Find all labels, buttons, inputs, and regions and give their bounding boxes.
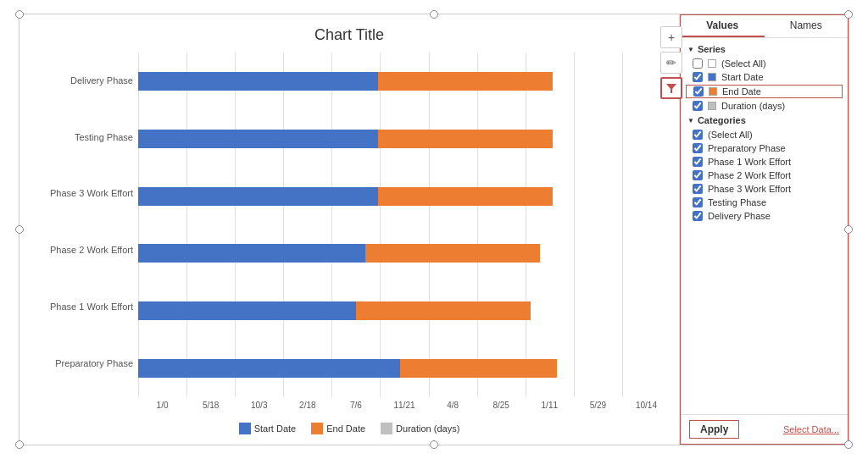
legend-label: Duration (days) — [396, 423, 459, 434]
legend: Start DateEnd DateDuration (days) — [28, 418, 670, 436]
chart-icon-buttons: + ✏ — [660, 26, 682, 99]
select-data-link[interactable]: Select Data... — [783, 424, 839, 434]
y-axis: Delivery PhaseTesting PhasePhase 3 Work … — [28, 53, 138, 418]
x-axis: 1/05/1810/32/187/611/214/88/251/115/2910… — [138, 397, 670, 418]
series-filter-item[interactable]: Start Date — [681, 70, 848, 84]
filter-checkbox[interactable] — [693, 197, 703, 207]
bar-row — [138, 68, 670, 95]
filter-checkbox[interactable] — [693, 101, 703, 111]
style-button[interactable]: ✏ — [660, 52, 682, 74]
filter-checkbox[interactable] — [693, 72, 703, 82]
handle-bot-left[interactable] — [15, 440, 24, 449]
legend-color-box — [311, 423, 323, 434]
handle-top-center[interactable] — [430, 10, 438, 19]
bar-end-date — [378, 187, 553, 206]
filter-button[interactable] — [660, 77, 682, 99]
series-header: ▼ Series — [681, 41, 848, 57]
bars-grid — [138, 53, 670, 397]
chart-main: Delivery PhaseTesting PhasePhase 3 Work … — [28, 53, 670, 418]
series-item-label: End Date — [722, 86, 761, 97]
category-filter-item[interactable]: (Select All) — [681, 128, 848, 141]
category-item-label: Delivery Phase — [708, 211, 771, 221]
x-axis-label: 10/3 — [235, 401, 283, 418]
tab-names[interactable]: Names — [765, 15, 849, 37]
x-axis-label: 5/18 — [186, 401, 235, 418]
grid-line — [574, 53, 622, 397]
apply-button[interactable]: Apply — [689, 420, 739, 439]
filter-checkbox[interactable] — [693, 170, 703, 180]
x-axis-label: 7/6 — [331, 401, 380, 418]
handle-mid-right[interactable] — [844, 225, 853, 234]
tab-values[interactable]: Values — [681, 15, 765, 37]
x-axis-label: 8/25 — [477, 401, 526, 418]
legend-item: Duration (days) — [381, 423, 459, 434]
filter-checkbox[interactable] — [693, 130, 703, 140]
bar-end-date — [378, 72, 553, 91]
handle-bot-center[interactable] — [430, 440, 438, 449]
category-filter-item[interactable]: Phase 2 Work Effort — [681, 169, 848, 182]
x-axis-label: 1/11 — [526, 401, 574, 418]
category-filter-item[interactable]: Testing Phase — [681, 196, 848, 209]
y-axis-label: Phase 1 Work Effort — [28, 279, 133, 335]
bar-row — [138, 183, 670, 210]
filter-checkbox[interactable] — [693, 184, 703, 194]
category-filter-item[interactable]: Phase 1 Work Effort — [681, 155, 848, 169]
triangle-icon: ▼ — [687, 117, 694, 124]
grid-line — [526, 53, 574, 397]
series-label: Series — [698, 44, 726, 54]
handle-mid-left[interactable] — [15, 225, 24, 234]
filter-footer: Apply Select Data... — [681, 414, 848, 444]
series-item-label: Duration (days) — [721, 101, 785, 111]
category-item-label: Phase 2 Work Effort — [708, 170, 791, 180]
filter-content: ▼ Series(Select All)Start DateEnd DateDu… — [681, 38, 848, 414]
filter-checkbox[interactable] — [693, 211, 703, 221]
filter-checkbox[interactable] — [693, 58, 703, 69]
grid-line — [380, 53, 428, 397]
filter-tabs: Values Names — [681, 15, 848, 38]
bar-start-date — [138, 72, 378, 91]
series-filter-item[interactable]: Duration (days) — [681, 99, 848, 113]
y-axis-label: Delivery Phase — [28, 53, 133, 109]
filter-panel: Values Names ▼ Series(Select All)Start D… — [680, 14, 849, 445]
legend-item: Start Date — [239, 423, 297, 434]
series-filter-item[interactable]: End Date — [686, 85, 843, 98]
y-axis-label: Phase 2 Work Effort — [28, 222, 133, 279]
bar-end-date — [378, 130, 553, 148]
category-filter-item[interactable]: Phase 3 Work Effort — [681, 182, 848, 196]
legend-color-box — [381, 423, 392, 434]
series-filter-item[interactable]: (Select All) — [681, 57, 848, 70]
grid-line — [622, 53, 670, 397]
filter-checkbox[interactable] — [693, 157, 703, 167]
handle-bot-right[interactable] — [844, 440, 853, 449]
y-axis-label: Testing Phase — [28, 109, 133, 166]
series-item-label: (Select All) — [721, 58, 766, 69]
filter-checkbox[interactable] — [693, 86, 704, 97]
legend-color-box — [239, 423, 251, 434]
series-item-label: Start Date — [721, 72, 764, 82]
x-axis-label: 10/14 — [622, 401, 670, 418]
category-item-label: Phase 1 Work Effort — [708, 157, 791, 167]
filter-checkbox[interactable] — [693, 143, 703, 153]
series-color-box — [709, 87, 717, 96]
category-filter-item[interactable]: Delivery Phase — [681, 209, 848, 223]
category-item-label: Phase 3 Work Effort — [708, 184, 791, 194]
handle-top-right[interactable] — [844, 10, 853, 19]
y-axis-label: Preparatory Phase — [28, 335, 133, 392]
filter-icon — [665, 82, 677, 94]
series-color-box — [708, 102, 716, 110]
grid-lines — [138, 53, 670, 397]
legend-label: End Date — [326, 423, 365, 434]
handle-top-left[interactable] — [15, 10, 24, 19]
bar-row — [138, 355, 670, 382]
add-element-button[interactable]: + — [660, 26, 682, 48]
chart-area: Chart Title Delivery PhaseTesting PhaseP… — [19, 14, 679, 445]
bar-end-date — [400, 359, 557, 378]
category-filter-item[interactable]: Preparatory Phase — [681, 141, 848, 155]
chart-container: + ✏ Chart Title Delivery PhaseTesting Ph… — [19, 14, 849, 445]
right-panel: Values Names ▼ Series(Select All)Start D… — [679, 14, 849, 445]
category-item-label: Preparatory Phase — [708, 143, 786, 153]
bar-row — [138, 240, 670, 267]
bar-start-date — [138, 130, 378, 148]
grid-line — [283, 53, 331, 397]
grid-line — [138, 53, 186, 397]
